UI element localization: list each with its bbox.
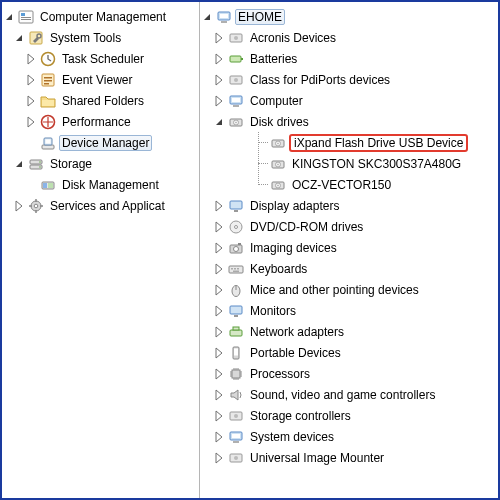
tree-item-services[interactable]: Services and Applicat	[4, 195, 199, 216]
device-category-portable[interactable]: Portable Devices	[202, 342, 498, 363]
chevron-right-icon[interactable]	[214, 431, 226, 443]
device-category-monitors[interactable]: Monitors	[202, 300, 498, 321]
device-category-imaging[interactable]: Imaging devices	[202, 237, 498, 258]
chevron-right-icon[interactable]	[26, 74, 38, 86]
device-label: Portable Devices	[247, 345, 344, 361]
chevron-right-icon[interactable]	[214, 53, 226, 65]
chevron-right-icon[interactable]	[214, 452, 226, 464]
chevron-right-icon[interactable]	[214, 221, 226, 233]
chevron-right-icon[interactable]	[214, 326, 226, 338]
tree-item-storage[interactable]: Storage	[4, 153, 199, 174]
device-label: System devices	[247, 429, 337, 445]
device-category-dvd[interactable]: DVD/CD-ROM drives	[202, 216, 498, 237]
keyboard-icon	[228, 261, 244, 277]
device-label: Network adapters	[247, 324, 347, 340]
device-label: Computer	[247, 93, 306, 109]
chevron-right-icon[interactable]	[214, 389, 226, 401]
device-category-system-devices[interactable]: System devices	[202, 426, 498, 447]
device-category-network[interactable]: Network adapters	[202, 321, 498, 342]
device-item-ixpand[interactable]: iXpand Flash Drive USB Device	[252, 132, 498, 153]
left-tree: Computer Management System Tools Task Sc…	[2, 2, 200, 498]
chevron-right-icon[interactable]	[214, 305, 226, 317]
camera-icon	[228, 240, 244, 256]
device-category-computer[interactable]: Computer	[202, 90, 498, 111]
chevron-right-icon[interactable]	[214, 95, 226, 107]
cpu-icon	[228, 366, 244, 382]
tree-item-disk-management[interactable]: Disk Management	[4, 174, 199, 195]
device-item-ocz[interactable]: OCZ-VECTOR150	[252, 174, 498, 195]
device-label: OCZ-VECTOR150	[289, 177, 394, 193]
chevron-right-icon[interactable]	[214, 368, 226, 380]
storage-icon	[28, 156, 44, 172]
wrench-icon	[28, 30, 44, 46]
chevron-right-icon[interactable]	[214, 242, 226, 254]
chevron-right-icon[interactable]	[214, 284, 226, 296]
device-category-uim[interactable]: Universal Image Mounter	[202, 447, 498, 468]
chevron-right-icon[interactable]	[26, 95, 38, 107]
device-root[interactable]: EHOME	[202, 6, 498, 27]
device-label: Imaging devices	[247, 240, 340, 256]
mouse-icon	[228, 282, 244, 298]
chevron-down-icon[interactable]	[4, 11, 16, 23]
device-category-pdiports[interactable]: Class for PdiPorts devices	[202, 69, 498, 90]
display-icon	[228, 198, 244, 214]
chevron-down-icon[interactable]	[14, 32, 26, 44]
chevron-right-icon[interactable]	[26, 116, 38, 128]
chevron-right-icon[interactable]	[214, 347, 226, 359]
disk-icon	[270, 135, 286, 151]
tree-label: Disk Management	[59, 177, 162, 193]
chevron-right-icon[interactable]	[214, 263, 226, 275]
device-category-sound[interactable]: Sound, video and game controllers	[202, 384, 498, 405]
tree-item-task-scheduler[interactable]: Task Scheduler	[4, 48, 199, 69]
tree-item-shared-folders[interactable]: Shared Folders	[4, 90, 199, 111]
device-tree: EHOME Acronis Devices Batteries Class fo…	[200, 2, 498, 498]
device-label: Batteries	[247, 51, 300, 67]
computer-icon	[216, 9, 232, 25]
computer-management-window: Computer Management System Tools Task Sc…	[0, 0, 500, 500]
tree-label: Shared Folders	[59, 93, 147, 109]
tree-label: Task Scheduler	[59, 51, 147, 67]
device-category-storage-controllers[interactable]: Storage controllers	[202, 405, 498, 426]
device-label: Monitors	[247, 303, 299, 319]
tree-label: Event Viewer	[59, 72, 135, 88]
device-category-processors[interactable]: Processors	[202, 363, 498, 384]
generic-device-icon	[228, 30, 244, 46]
tree-item-event-viewer[interactable]: Event Viewer	[4, 69, 199, 90]
chevron-down-icon[interactable]	[202, 11, 214, 23]
folder-icon	[40, 93, 56, 109]
tree-item-performance[interactable]: Performance	[4, 111, 199, 132]
gear-icon	[28, 198, 44, 214]
device-item-kingston[interactable]: KINGSTON SKC300S37A480G	[252, 153, 498, 174]
device-category-mice[interactable]: Mice and other pointing devices	[202, 279, 498, 300]
tree-item-root[interactable]: Computer Management	[4, 6, 199, 27]
device-label: Disk drives	[247, 114, 312, 130]
dvd-icon	[228, 219, 244, 235]
sound-icon	[228, 387, 244, 403]
device-label: Sound, video and game controllers	[247, 387, 438, 403]
chevron-down-icon[interactable]	[14, 158, 26, 170]
device-category-keyboards[interactable]: Keyboards	[202, 258, 498, 279]
tree-label: Services and Applicat	[47, 198, 168, 214]
performance-icon	[40, 114, 56, 130]
chevron-right-icon[interactable]	[214, 410, 226, 422]
generic-device-icon	[228, 72, 244, 88]
device-category-acronis[interactable]: Acronis Devices	[202, 27, 498, 48]
battery-icon	[228, 51, 244, 67]
tree-item-device-manager[interactable]: Device Manager	[4, 132, 199, 153]
device-manager-icon	[40, 135, 56, 151]
device-category-disk-drives[interactable]: Disk drives	[202, 111, 498, 132]
chevron-right-icon[interactable]	[26, 53, 38, 65]
device-label: Universal Image Mounter	[247, 450, 387, 466]
portable-device-icon	[228, 345, 244, 361]
device-category-batteries[interactable]: Batteries	[202, 48, 498, 69]
chevron-right-icon[interactable]	[214, 74, 226, 86]
chevron-right-icon[interactable]	[14, 200, 26, 212]
mmc-icon	[18, 9, 34, 25]
device-category-display[interactable]: Display adapters	[202, 195, 498, 216]
tree-item-system-tools[interactable]: System Tools	[4, 27, 199, 48]
chevron-right-icon[interactable]	[214, 200, 226, 212]
chevron-down-icon[interactable]	[214, 116, 226, 128]
chevron-right-icon[interactable]	[214, 32, 226, 44]
device-label: Processors	[247, 366, 313, 382]
device-label: Class for PdiPorts devices	[247, 72, 393, 88]
